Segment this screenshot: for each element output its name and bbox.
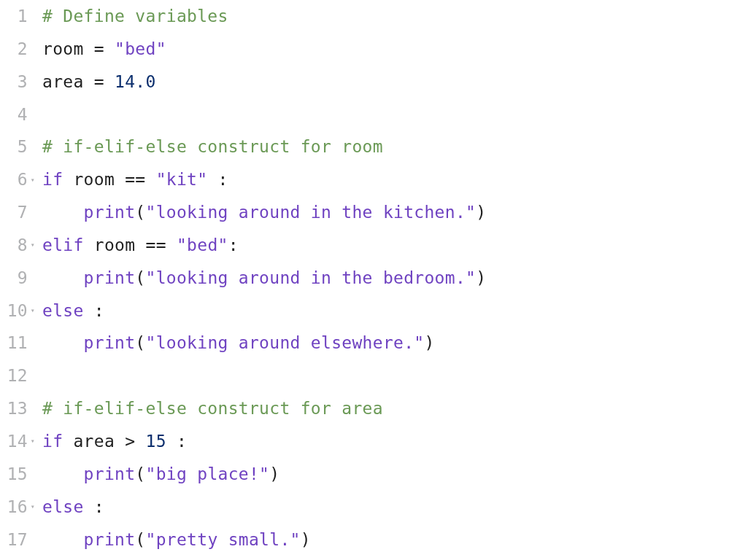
code-line[interactable]: # if-elif-else construct for area xyxy=(42,392,486,425)
line-number: 3 xyxy=(0,66,28,98)
line-number-gutter: 123456▾78▾910▾11121314▾1516▾17 xyxy=(0,0,35,556)
line-number: 8▾ xyxy=(0,229,28,262)
code-line[interactable]: elif room == "bed": xyxy=(42,229,486,262)
code-line[interactable]: print("big place!") xyxy=(42,458,486,491)
token-default xyxy=(84,497,94,516)
code-line[interactable]: print("looking around in the bedroom.") xyxy=(42,262,486,295)
token-builtin: print xyxy=(84,530,136,549)
token-indent xyxy=(42,268,84,287)
line-number: 4 xyxy=(0,98,28,131)
token-keyword: else xyxy=(42,497,84,516)
token-default: ) xyxy=(424,333,434,352)
token-default: ( xyxy=(135,333,145,352)
token-number: 15 xyxy=(146,432,166,451)
fold-chevron-icon[interactable]: ▾ xyxy=(31,303,35,318)
token-comment: # if-elif-else construct for area xyxy=(42,399,383,418)
line-number: 12 xyxy=(0,359,28,392)
line-number: 10▾ xyxy=(0,295,28,327)
token-keyword: elif xyxy=(42,236,84,254)
token-string: "big place!" xyxy=(146,464,270,483)
fold-chevron-icon[interactable]: ▾ xyxy=(31,173,35,187)
line-number: 5 xyxy=(0,131,28,163)
token-string: "bed" xyxy=(115,39,166,58)
token-indent xyxy=(42,464,84,483)
token-default xyxy=(84,301,94,320)
line-number: 15 xyxy=(0,458,28,491)
token-operator: == xyxy=(125,170,145,189)
token-operator: == xyxy=(145,236,166,254)
fold-chevron-icon[interactable]: ▾ xyxy=(31,435,35,449)
code-line[interactable] xyxy=(42,98,486,131)
token-default: ) xyxy=(269,464,279,483)
code-line[interactable]: if room == "kit" : xyxy=(42,163,486,196)
token-default: ( xyxy=(135,530,145,549)
token-operator: : xyxy=(94,301,104,320)
line-number: 13 xyxy=(0,392,28,425)
token-default: ( xyxy=(135,464,145,483)
token-keyword: if xyxy=(42,432,63,451)
line-number: 9 xyxy=(0,262,28,295)
token-default xyxy=(104,39,115,58)
token-default: ) xyxy=(301,530,311,549)
token-default xyxy=(104,72,115,91)
token-string: "bed" xyxy=(177,236,228,254)
token-default: ) xyxy=(476,203,486,222)
token-operator: : xyxy=(177,432,187,451)
code-line[interactable]: else : xyxy=(42,295,486,327)
token-default: area xyxy=(42,72,94,91)
token-builtin: print xyxy=(84,464,136,483)
line-number: 7 xyxy=(0,196,28,229)
token-indent xyxy=(42,203,84,222)
token-default: ) xyxy=(476,268,486,287)
token-default xyxy=(145,170,155,189)
code-editor[interactable]: 123456▾78▾910▾11121314▾1516▾17 # Define … xyxy=(0,0,737,556)
token-builtin: print xyxy=(84,268,136,287)
token-operator: : xyxy=(228,236,239,254)
fold-chevron-icon[interactable]: ▾ xyxy=(31,238,35,253)
line-number: 16▾ xyxy=(0,491,28,524)
token-operator: : xyxy=(94,497,104,516)
code-line[interactable]: print("pretty small.") xyxy=(42,524,486,556)
token-default xyxy=(207,170,217,189)
token-string: "pretty small." xyxy=(146,530,301,549)
token-default xyxy=(135,432,145,451)
token-indent xyxy=(42,530,84,549)
line-number: 14▾ xyxy=(0,425,28,458)
code-line[interactable]: area = 14.0 xyxy=(42,66,486,98)
token-default: ( xyxy=(135,268,145,287)
token-default: room xyxy=(63,170,125,189)
code-area[interactable]: # Define variablesroom = "bed"area = 14.… xyxy=(35,0,486,556)
code-line[interactable]: if area > 15 : xyxy=(42,425,486,458)
code-line[interactable]: room = "bed" xyxy=(42,33,486,66)
token-operator: : xyxy=(218,170,228,189)
token-string: "kit" xyxy=(156,170,208,189)
line-number: 11 xyxy=(0,327,28,359)
token-builtin: print xyxy=(84,333,136,352)
token-keyword: else xyxy=(42,301,84,320)
code-line[interactable]: # if-elif-else construct for room xyxy=(42,131,486,163)
code-line[interactable]: print("looking around in the kitchen.") xyxy=(42,196,486,229)
token-default: room xyxy=(42,39,94,58)
token-string: "looking around in the kitchen." xyxy=(146,203,476,222)
line-number: 2 xyxy=(0,33,28,66)
code-line[interactable]: else : xyxy=(42,491,486,524)
line-number: 17 xyxy=(0,524,28,556)
fold-chevron-icon[interactable]: ▾ xyxy=(31,499,35,514)
code-line[interactable]: print("looking around elsewhere.") xyxy=(42,327,486,359)
token-default xyxy=(166,236,177,254)
token-string: "looking around elsewhere." xyxy=(146,333,425,352)
token-operator: = xyxy=(94,39,104,58)
token-operator: = xyxy=(94,72,104,91)
token-default xyxy=(166,432,177,451)
token-default: ( xyxy=(135,203,145,222)
token-comment: # Define variables xyxy=(42,7,228,26)
line-number: 6▾ xyxy=(0,163,28,196)
token-number: 14.0 xyxy=(115,72,156,91)
code-line[interactable] xyxy=(42,359,486,392)
code-line[interactable]: # Define variables xyxy=(42,0,486,33)
token-keyword: if xyxy=(42,170,63,189)
token-string: "looking around in the bedroom." xyxy=(146,268,476,287)
token-default: area xyxy=(63,432,125,451)
token-operator: > xyxy=(125,432,135,451)
token-default: room xyxy=(84,236,146,254)
